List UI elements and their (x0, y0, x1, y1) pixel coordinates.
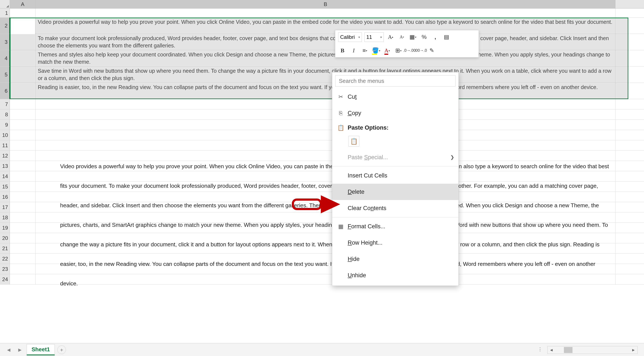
cell-A11[interactable] (10, 140, 36, 150)
cell-A20[interactable] (10, 233, 36, 243)
cell-A12[interactable] (10, 151, 36, 161)
select-all-corner[interactable] (0, 0, 10, 8)
cell-A9[interactable] (10, 120, 36, 130)
cell-A5[interactable] (10, 66, 36, 83)
context-search-input[interactable] (335, 75, 456, 86)
cell-B9[interactable] (36, 120, 616, 130)
row-header-4[interactable]: 4 (0, 50, 10, 66)
cell-A13[interactable] (10, 161, 36, 171)
column-header-A[interactable]: A (10, 0, 36, 8)
row-header-20[interactable]: 20 (0, 233, 10, 243)
cell-A4[interactable] (10, 50, 36, 66)
cell-A14[interactable] (10, 171, 36, 181)
horizontal-scrollbar[interactable]: ◀ ▶ (547, 346, 638, 354)
comma-style-button[interactable]: , (431, 33, 440, 41)
cell-A1[interactable] (10, 8, 36, 17)
row-header-9[interactable]: 9 (0, 120, 10, 130)
cell-A24[interactable] (10, 274, 36, 284)
cell-B10[interactable] (36, 130, 616, 140)
row-header-15[interactable]: 15 (0, 182, 10, 192)
tab-nav-prev[interactable]: ◀ (4, 346, 13, 354)
cell-A3[interactable] (10, 34, 36, 50)
row-header-7[interactable]: 7 (0, 99, 10, 109)
cell-A19[interactable] (10, 223, 36, 233)
row-header-16[interactable]: 16 (0, 192, 10, 202)
conditional-format-button[interactable]: ▤ (442, 33, 451, 41)
font-name-combo[interactable]: Calibri▾ (338, 32, 362, 42)
cell-A23[interactable] (10, 264, 36, 274)
row-header-21[interactable]: 21 (0, 243, 10, 254)
cell-B11[interactable] (36, 140, 616, 150)
cell-A17[interactable] (10, 202, 36, 212)
row-header-13[interactable]: 13 (0, 161, 10, 171)
scroll-left-button[interactable]: ◀ (548, 346, 555, 354)
scroll-thumb[interactable] (564, 347, 572, 353)
italic-button[interactable]: I (350, 46, 358, 55)
row-3: To make your document look professionall… (10, 34, 644, 50)
ctx-copy[interactable]: ⎘ Copy (332, 105, 458, 121)
decrease-decimal-button[interactable]: .00→.0 (416, 46, 425, 55)
row-header-24[interactable]: 24 (0, 274, 10, 285)
cell-A10[interactable] (10, 130, 36, 140)
row-header-5[interactable]: 5 (0, 66, 10, 83)
row-header-14[interactable]: 14 (0, 171, 10, 182)
row-header-10[interactable]: 10 (0, 130, 10, 140)
merge-center-button[interactable]: ▦▾ (409, 33, 417, 41)
sheet-tab-sheet1[interactable]: Sheet1 (27, 344, 55, 355)
cell-A18[interactable] (10, 212, 36, 223)
cell-A7[interactable] (10, 99, 36, 109)
ctx-unhide[interactable]: Unhide (332, 267, 458, 284)
cell-A21[interactable] (10, 243, 36, 253)
decrease-font-button[interactable]: A▾ (398, 33, 406, 41)
row-header-18[interactable]: 18 (0, 212, 10, 223)
ctx-row-height[interactable]: Row Height... (332, 235, 458, 251)
row-header-3[interactable]: 3 (0, 34, 10, 50)
increase-font-button[interactable]: A▴ (386, 33, 395, 41)
row-header-22[interactable]: 22 (0, 254, 10, 264)
cell-A16[interactable] (10, 192, 36, 202)
row-header-11[interactable]: 11 (0, 140, 10, 151)
ctx-format-cells[interactable]: ▦ Format Cells... (332, 218, 458, 235)
paste-keep-source-button[interactable]: 📋 (348, 136, 359, 147)
cell-B8[interactable] (36, 109, 616, 119)
row-header-1[interactable]: 1 (0, 8, 10, 17)
font-size-combo[interactable]: 11▾ (364, 32, 384, 42)
ctx-clear-contents[interactable]: Clear Contents (332, 200, 458, 216)
row-header-8[interactable]: 8 (0, 109, 10, 120)
cell-B5[interactable]: Save time in Word with new buttons that … (36, 66, 616, 83)
format-painter-button[interactable]: ✎ (428, 46, 436, 55)
tab-splitter-icon[interactable]: ⋮ (538, 347, 543, 352)
cell-B1[interactable] (36, 8, 616, 17)
borders-button[interactable]: ⊞▾ (394, 46, 403, 55)
cell-A2[interactable] (10, 17, 36, 34)
fill-color-button[interactable]: 🪣▾ (372, 46, 380, 55)
row-header-2[interactable]: 2 (0, 17, 10, 34)
scroll-right-button[interactable]: ▶ (630, 346, 637, 354)
font-color-button[interactable]: A▾ (383, 46, 392, 55)
cell-B6[interactable]: Reading is easier, too, in the new Readi… (36, 83, 616, 99)
new-sheet-button[interactable]: ＋ (57, 346, 66, 354)
column-header-B[interactable]: B (36, 0, 616, 8)
cell-B2[interactable]: Video provides a powerful way to help yo… (36, 17, 616, 34)
ctx-hide[interactable]: Hide (332, 251, 458, 267)
cell-B7[interactable] (36, 99, 616, 109)
percent-button[interactable]: % (420, 33, 428, 41)
row-header-12[interactable]: 12 (0, 151, 10, 161)
cell-A15[interactable] (10, 182, 36, 192)
cell-B3[interactable]: To make your document look professionall… (36, 34, 616, 50)
ctx-cut[interactable]: ✂ Cut (332, 89, 458, 105)
row-header-17[interactable]: 17 (0, 202, 10, 212)
cell-A8[interactable] (10, 109, 36, 119)
row-header-19[interactable]: 19 (0, 223, 10, 233)
increase-decimal-button[interactable]: .0→.00 (405, 46, 414, 55)
bold-button[interactable]: B (338, 46, 347, 55)
row-header-23[interactable]: 23 (0, 264, 10, 274)
tab-nav-next[interactable]: ▶ (16, 346, 24, 354)
ctx-insert-cut-cells[interactable]: Insert Cut Cells (332, 167, 458, 184)
cell-A6[interactable] (10, 83, 36, 99)
ctx-delete[interactable]: Delete (332, 184, 458, 200)
cell-A22[interactable] (10, 254, 36, 264)
cell-B4[interactable]: Themes and styles also help keep your do… (36, 50, 616, 66)
align-button[interactable]: ≡▾ (360, 46, 369, 55)
row-header-6[interactable]: 6 (0, 83, 10, 99)
